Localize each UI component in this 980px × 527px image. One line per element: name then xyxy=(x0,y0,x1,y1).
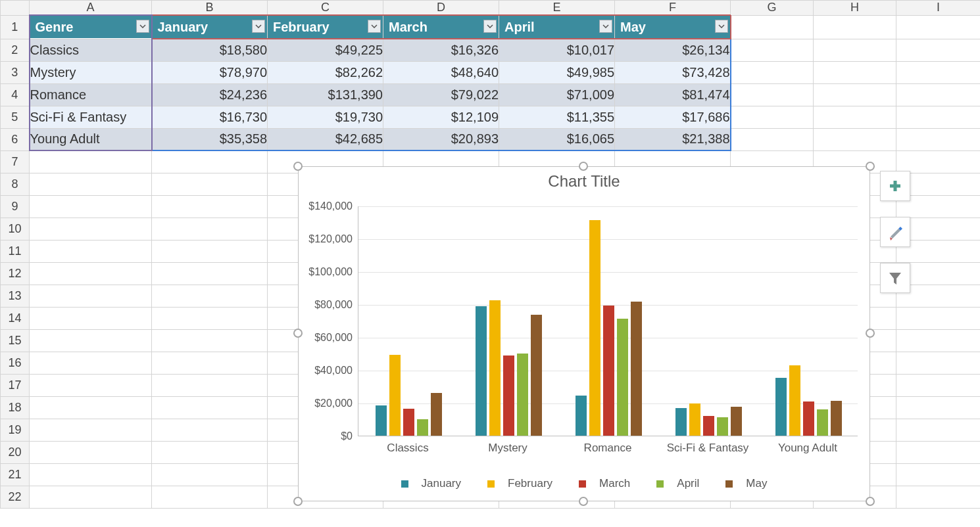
cell-A22[interactable] xyxy=(30,486,152,508)
cell-I17[interactable] xyxy=(896,374,981,396)
cell-F2[interactable]: $26,134 xyxy=(615,39,731,61)
cell-C6[interactable]: $42,685 xyxy=(268,128,383,150)
chart-filters-button[interactable] xyxy=(880,263,910,293)
filter-dropdown-button[interactable] xyxy=(368,20,381,33)
plot-area[interactable] xyxy=(358,206,858,436)
embedded-chart[interactable]: Chart Title $0$20,000$40,000$60,000$80,0… xyxy=(298,166,870,501)
cell-H4[interactable] xyxy=(814,83,896,106)
cell-B15[interactable] xyxy=(152,329,268,352)
filter-dropdown-button[interactable] xyxy=(252,20,265,33)
cell-I3[interactable] xyxy=(896,61,981,83)
cell-I16[interactable] xyxy=(896,352,981,374)
cell-A5[interactable]: Sci-Fi & Fantasy xyxy=(30,106,152,128)
col-header-F[interactable]: F xyxy=(615,1,731,16)
cell-D6[interactable]: $20,893 xyxy=(383,128,499,150)
filter-dropdown-button[interactable] xyxy=(715,20,728,33)
bar-march-mystery[interactable] xyxy=(503,355,514,436)
col-header-B[interactable]: B xyxy=(152,1,268,16)
cell-D2[interactable]: $16,326 xyxy=(383,39,499,61)
legend-item-february[interactable]: February xyxy=(481,477,559,490)
cell-A19[interactable] xyxy=(30,419,152,441)
resize-handle-nw[interactable] xyxy=(293,162,303,171)
row-header-16[interactable]: 16 xyxy=(1,352,30,374)
cell-D4[interactable]: $79,022 xyxy=(383,83,499,106)
cell-G5[interactable] xyxy=(731,106,814,128)
cell-C5[interactable]: $19,730 xyxy=(268,106,383,128)
cell-B21[interactable] xyxy=(152,463,268,486)
cell-A13[interactable] xyxy=(30,285,152,307)
resize-handle-ne[interactable] xyxy=(866,162,875,171)
cell-I1[interactable] xyxy=(896,15,981,39)
cell-G3[interactable] xyxy=(731,61,814,83)
row-header-14[interactable]: 14 xyxy=(1,307,30,329)
cell-D1[interactable]: March xyxy=(383,15,499,39)
bar-january-young-adult[interactable] xyxy=(775,378,787,436)
col-header-C[interactable]: C xyxy=(268,1,383,16)
cell-I5[interactable] xyxy=(896,106,981,128)
row-header-4[interactable]: 4 xyxy=(1,83,30,106)
row-header-5[interactable]: 5 xyxy=(1,106,30,128)
cell-B8[interactable] xyxy=(152,173,268,195)
bar-february-sci-fi-fantasy[interactable] xyxy=(689,403,700,436)
cell-A9[interactable] xyxy=(30,195,152,218)
row-header-19[interactable]: 19 xyxy=(1,419,30,441)
cell-I22[interactable] xyxy=(896,486,981,508)
cell-B22[interactable] xyxy=(152,486,268,508)
cell-E4[interactable]: $71,009 xyxy=(499,83,615,106)
col-header-E[interactable]: E xyxy=(499,1,615,16)
cell-A11[interactable] xyxy=(30,240,152,262)
bar-march-classics[interactable] xyxy=(403,409,414,436)
cell-B12[interactable] xyxy=(152,262,268,285)
cell-G2[interactable] xyxy=(731,39,814,61)
col-header-A[interactable]: A xyxy=(30,1,152,16)
cell-B9[interactable] xyxy=(152,195,268,218)
cell-I4[interactable] xyxy=(896,83,981,106)
row-header-10[interactable]: 10 xyxy=(1,218,30,240)
bar-april-classics[interactable] xyxy=(417,419,428,436)
cell-E5[interactable]: $11,355 xyxy=(499,106,615,128)
cell-B5[interactable]: $16,730 xyxy=(152,106,268,128)
cell-H3[interactable] xyxy=(814,61,896,83)
cell-I7[interactable] xyxy=(896,150,981,173)
bar-february-young-adult[interactable] xyxy=(789,365,800,436)
cell-A3[interactable]: Mystery xyxy=(30,61,152,83)
resize-handle-n[interactable] xyxy=(579,162,588,171)
cell-E2[interactable]: $10,017 xyxy=(499,39,615,61)
cell-A2[interactable]: Classics xyxy=(30,39,152,61)
cell-H5[interactable] xyxy=(814,106,896,128)
cell-D5[interactable]: $12,109 xyxy=(383,106,499,128)
cell-I19[interactable] xyxy=(896,419,981,441)
cell-A7[interactable] xyxy=(30,150,152,173)
legend-item-march[interactable]: March xyxy=(572,477,637,490)
bar-may-sci-fi-fantasy[interactable] xyxy=(731,407,742,436)
col-header-D[interactable]: D xyxy=(383,1,499,16)
bar-may-young-adult[interactable] xyxy=(831,401,842,436)
row-header-12[interactable]: 12 xyxy=(1,262,30,285)
cell-F4[interactable]: $81,474 xyxy=(615,83,731,106)
cell-F3[interactable]: $73,428 xyxy=(615,61,731,83)
cell-A10[interactable] xyxy=(30,218,152,240)
cell-A1[interactable]: Genre xyxy=(30,15,152,39)
cell-B4[interactable]: $24,236 xyxy=(152,83,268,106)
row-header-18[interactable]: 18 xyxy=(1,396,30,419)
resize-handle-e[interactable] xyxy=(866,329,875,338)
cell-B2[interactable]: $18,580 xyxy=(152,39,268,61)
cell-A12[interactable] xyxy=(30,262,152,285)
bar-january-mystery[interactable] xyxy=(476,306,487,436)
bar-may-classics[interactable] xyxy=(431,393,442,436)
column-header-row[interactable]: A B C D E F G H I xyxy=(1,1,981,16)
cell-I6[interactable] xyxy=(896,128,981,150)
row-header-9[interactable]: 9 xyxy=(1,195,30,218)
row-header-7[interactable]: 7 xyxy=(1,150,30,173)
cell-B14[interactable] xyxy=(152,307,268,329)
cell-I21[interactable] xyxy=(896,463,981,486)
bar-february-romance[interactable] xyxy=(589,220,600,436)
col-header-H[interactable]: H xyxy=(814,1,896,16)
cell-A17[interactable] xyxy=(30,374,152,396)
bar-february-mystery[interactable] xyxy=(489,300,501,436)
bar-february-classics[interactable] xyxy=(389,355,401,436)
cell-I15[interactable] xyxy=(896,329,981,352)
legend-item-january[interactable]: January xyxy=(395,477,468,490)
cell-G6[interactable] xyxy=(731,128,814,150)
cell-C2[interactable]: $49,225 xyxy=(268,39,383,61)
